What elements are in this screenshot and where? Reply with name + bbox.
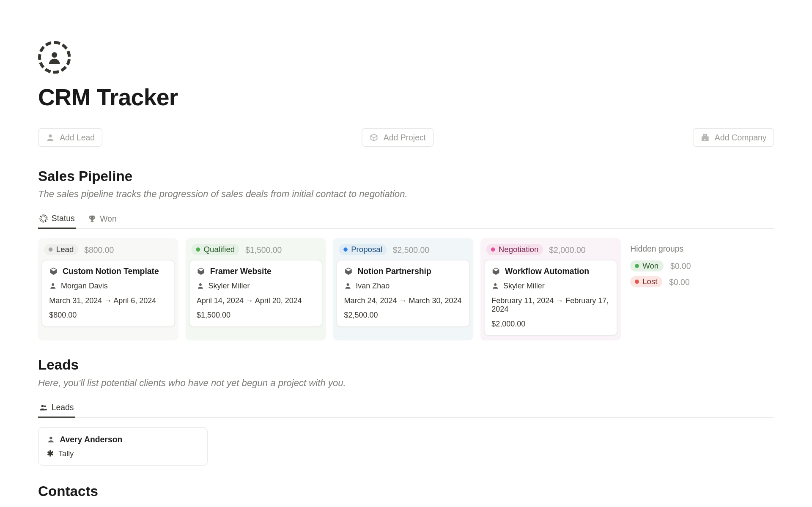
column-negotiation-amount: $2,000.00 xyxy=(549,245,585,254)
card-framer-website[interactable]: Framer Website Skyler Miller April 14, 2… xyxy=(189,260,322,327)
person-icon xyxy=(46,133,55,142)
pipeline-tabs: Status Won xyxy=(38,210,774,229)
person-icon xyxy=(491,282,499,290)
pill-negotiation-label: Negotiation xyxy=(499,245,539,254)
column-qualified: Qualified $1,500.00 Framer Website Skyle… xyxy=(186,238,326,340)
card-dates: March 31, 2024 → April 6, 2024 xyxy=(49,296,167,305)
add-company-label: Add Company xyxy=(715,133,767,142)
card-title: Workflow Automation xyxy=(505,266,589,276)
sales-pipeline-description: The sales pipeline tracks the progressio… xyxy=(38,189,774,200)
box-icon xyxy=(49,266,58,275)
card-title: Notion Partnership xyxy=(357,266,431,276)
svg-point-0 xyxy=(52,52,57,58)
person-icon xyxy=(344,282,352,290)
box-icon xyxy=(344,266,353,275)
pill-negotiation[interactable]: Negotiation xyxy=(486,244,543,255)
svg-point-2 xyxy=(52,283,54,286)
card-amount: $2,500.00 xyxy=(344,311,462,320)
page-icon xyxy=(38,41,71,74)
column-qualified-amount: $1,500.00 xyxy=(245,245,282,254)
column-negotiation: Negotiation $2,000.00 Workflow Automatio… xyxy=(480,238,621,340)
tab-won[interactable]: Won xyxy=(86,210,118,228)
hidden-groups-title: Hidden groups xyxy=(630,244,743,253)
card-workflow-automation[interactable]: Workflow Automation Skyler Miller Februa… xyxy=(484,260,617,336)
asterisk-icon: ✱ xyxy=(47,449,54,458)
add-lead-button[interactable]: Add Lead xyxy=(38,128,102,147)
pill-won-label: Won xyxy=(642,261,658,270)
hidden-won-amount: $0.00 xyxy=(670,261,691,271)
card-notion-partnership[interactable]: Notion Partnership Ivan Zhao March 24, 2… xyxy=(337,260,470,327)
person-icon xyxy=(49,282,57,290)
svg-point-7 xyxy=(44,405,46,407)
pill-qualified-label: Qualified xyxy=(203,245,235,254)
card-contact: Skyler Miller xyxy=(503,282,545,290)
pill-lead-label: Lead xyxy=(56,245,74,254)
box-icon xyxy=(197,266,206,275)
card-dates: February 11, 2024 → February 17, 2024 xyxy=(491,296,609,314)
card-contact: Morgan Davis xyxy=(61,282,108,290)
card-dates: April 14, 2024 → April 20, 2024 xyxy=(197,296,315,305)
people-icon xyxy=(39,403,48,412)
card-dates: March 24, 2024 → March 30, 2024 xyxy=(344,296,462,305)
lead-card-avery[interactable]: Avery Anderson ✱ Tally xyxy=(38,427,208,466)
card-custom-notion-template[interactable]: Custom Notion Template Morgan Davis Marc… xyxy=(41,260,175,327)
card-amount: $800.00 xyxy=(49,311,167,320)
hidden-groups: Hidden groups Won $0.00 Lost $0.00 xyxy=(628,238,745,340)
page-title: CRM Tracker xyxy=(38,84,774,110)
tab-leads-label: Leads xyxy=(52,403,74,412)
tab-status[interactable]: Status xyxy=(38,210,76,229)
card-contact: Skyler Miller xyxy=(208,282,250,290)
box-icon xyxy=(491,266,500,275)
leads-title: Leads xyxy=(38,357,774,373)
column-proposal-amount: $2,500.00 xyxy=(393,245,429,254)
pill-lost-label: Lost xyxy=(642,277,657,286)
card-title: Framer Website xyxy=(210,266,272,276)
leads-tabs: Leads xyxy=(38,399,774,418)
lead-name: Avery Anderson xyxy=(60,435,122,444)
pill-lead[interactable]: Lead xyxy=(44,244,79,255)
box-icon xyxy=(370,133,379,142)
hidden-lost-amount: $0.00 xyxy=(669,277,689,286)
action-buttons-row: Add Lead Add Project Add Company xyxy=(38,128,774,147)
card-amount: $2,000.00 xyxy=(491,319,609,328)
building-icon xyxy=(701,133,710,142)
svg-point-3 xyxy=(199,283,202,286)
hidden-group-won[interactable]: Won $0.00 xyxy=(630,260,743,271)
svg-point-4 xyxy=(347,283,349,286)
column-proposal: Proposal $2,500.00 Notion Partnership Iv… xyxy=(333,238,473,340)
svg-point-6 xyxy=(41,405,44,407)
svg-point-5 xyxy=(494,283,497,286)
card-title: Custom Notion Template xyxy=(63,266,159,276)
hidden-group-lost[interactable]: Lost $0.00 xyxy=(630,276,743,287)
leads-description: Here, you'll list potential clients who … xyxy=(38,378,774,389)
tab-won-label: Won xyxy=(100,214,116,223)
add-project-button[interactable]: Add Project xyxy=(362,128,433,147)
sales-pipeline-title: Sales Pipeline xyxy=(38,168,774,184)
lead-company: Tally xyxy=(58,449,74,458)
add-company-button[interactable]: Add Company xyxy=(693,128,774,147)
status-icon xyxy=(39,214,48,223)
contacts-title: Contacts xyxy=(38,483,774,500)
tab-leads[interactable]: Leads xyxy=(38,399,75,418)
kanban-board: Lead $800.00 Custom Notion Template Morg… xyxy=(38,238,774,340)
person-icon xyxy=(47,435,55,443)
svg-point-1 xyxy=(49,134,52,137)
column-lead-amount: $800.00 xyxy=(84,245,114,254)
person-icon xyxy=(197,282,204,290)
card-contact: Ivan Zhao xyxy=(356,282,390,290)
tab-status-label: Status xyxy=(52,214,75,223)
pill-qualified[interactable]: Qualified xyxy=(191,244,239,255)
add-lead-label: Add Lead xyxy=(60,133,95,142)
svg-point-8 xyxy=(49,437,52,439)
add-project-label: Add Project xyxy=(384,133,426,142)
column-lead: Lead $800.00 Custom Notion Template Morg… xyxy=(38,238,178,340)
card-amount: $1,500.00 xyxy=(197,311,315,320)
trophy-icon xyxy=(88,214,96,223)
pill-proposal-label: Proposal xyxy=(351,245,382,254)
pill-proposal[interactable]: Proposal xyxy=(339,244,387,255)
